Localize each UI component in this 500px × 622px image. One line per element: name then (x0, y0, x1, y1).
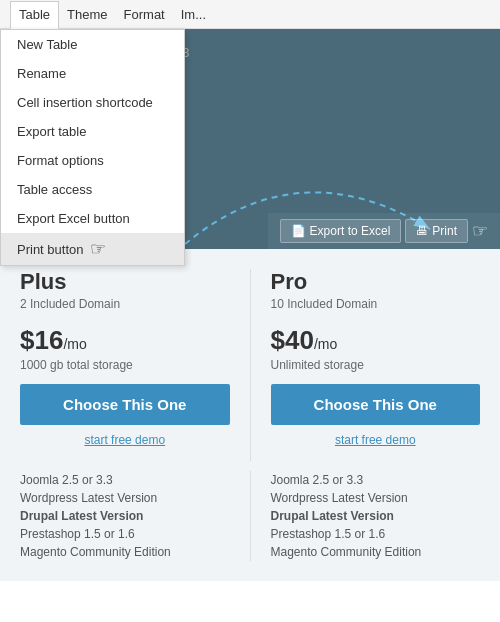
menu-new-table[interactable]: New Table (1, 30, 184, 59)
feature-pro-3: Drupal Latest Version (271, 507, 481, 525)
choose-button-pro[interactable]: Choose This One (271, 384, 481, 425)
plan-subtitle-pro: 10 Included Domain (271, 297, 481, 311)
pricing-card-pro: Pro 10 Included Domain $40/mo Unlimited … (271, 269, 481, 461)
feature-plus-5: Magento Community Edition (20, 543, 230, 561)
features-card-pro: Joomla 2.5 or 3.3 Wordpress Latest Versi… (271, 471, 481, 561)
feature-plus-4: Prestashop 1.5 or 1.6 (20, 525, 230, 543)
cursor-hand-icon: ☞ (90, 240, 106, 258)
menu-print-button[interactable]: Print button ☞ (1, 233, 184, 265)
free-demo-link-plus[interactable]: start free demo (20, 433, 230, 447)
card-divider (250, 269, 251, 461)
table-dropdown-menu: New Table Rename Cell insertion shortcod… (0, 29, 185, 266)
menu-label-format: Format (124, 7, 165, 22)
export-to-excel-button[interactable]: 📄 Export to Excel (280, 219, 402, 243)
choose-button-plus[interactable]: Choose This One (20, 384, 230, 425)
features-card-plus: Joomla 2.5 or 3.3 Wordpress Latest Versi… (20, 471, 230, 561)
plan-name-pro: Pro (271, 269, 481, 295)
menu-bar: Table Theme Format Im... (0, 0, 500, 29)
editor-toolbar: 📄 Export to Excel 🖶 Print ☞ (268, 213, 500, 249)
menu-label-table: Table (19, 7, 50, 22)
pricing-card-plus: Plus 2 Included Domain $16/mo 1000 gb to… (20, 269, 230, 461)
menu-export-excel-btn[interactable]: Export Excel button (1, 204, 184, 233)
excel-icon: 📄 (291, 224, 306, 238)
menu-label-more: Im... (181, 7, 206, 22)
menu-label-theme: Theme (67, 7, 107, 22)
print-button[interactable]: 🖶 Print (405, 219, 468, 243)
feature-plus-3: Drupal Latest Version (20, 507, 230, 525)
feature-plus-2: Wordpress Latest Version (20, 489, 230, 507)
menu-cell-insertion[interactable]: Cell insertion shortcode (1, 88, 184, 117)
plan-price-pro: $40/mo (271, 325, 481, 356)
menu-item-theme[interactable]: Theme (59, 0, 115, 28)
feature-pro-2: Wordpress Latest Version (271, 489, 481, 507)
export-excel-label: Export to Excel (310, 224, 391, 238)
plan-name-plus: Plus (20, 269, 230, 295)
plan-subtitle-plus: 2 Included Domain (20, 297, 230, 311)
feature-plus-1: Joomla 2.5 or 3.3 (20, 471, 230, 489)
pricing-section: Plus 2 Included Domain $16/mo 1000 gb to… (0, 249, 500, 471)
print-label: Print (432, 224, 457, 238)
menu-rename[interactable]: Rename (1, 59, 184, 88)
feature-pro-5: Magento Community Edition (271, 543, 481, 561)
plan-price-plus: $16/mo (20, 325, 230, 356)
menu-item-more[interactable]: Im... (173, 0, 214, 28)
plan-storage-pro: Unlimited storage (271, 358, 481, 372)
menu-format-options[interactable]: Format options (1, 146, 184, 175)
menu-item-table[interactable]: Table (10, 1, 59, 29)
print-icon: 🖶 (416, 224, 428, 238)
cursor-hand-print-icon: ☞ (472, 222, 488, 240)
feature-pro-4: Prestashop 1.5 or 1.6 (271, 525, 481, 543)
feature-pro-1: Joomla 2.5 or 3.3 (271, 471, 481, 489)
features-section: Joomla 2.5 or 3.3 Wordpress Latest Versi… (0, 471, 500, 581)
free-demo-link-pro[interactable]: start free demo (271, 433, 481, 447)
menu-item-format[interactable]: Format (116, 0, 173, 28)
plan-storage-plus: 1000 gb total storage (20, 358, 230, 372)
features-divider (250, 471, 251, 561)
menu-export-table[interactable]: Export table (1, 117, 184, 146)
menu-table-access[interactable]: Table access (1, 175, 184, 204)
